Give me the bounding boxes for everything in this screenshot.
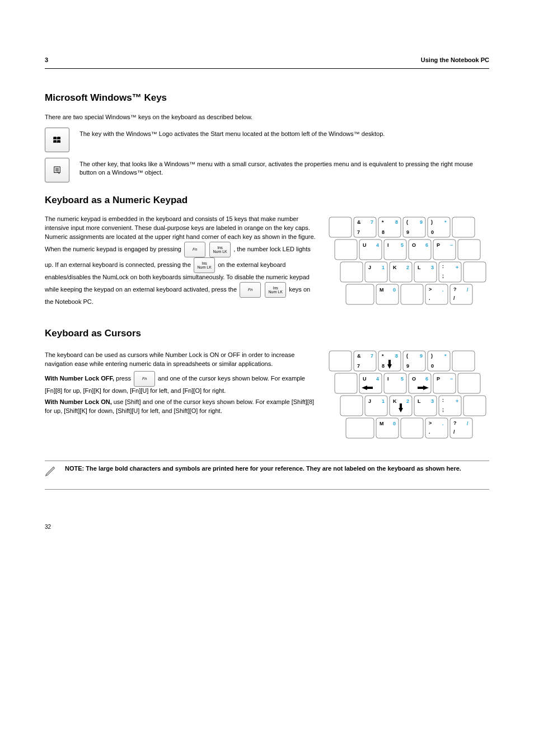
svg-text:3: 3 — [431, 265, 434, 270]
svg-rect-81 — [452, 351, 475, 371]
svg-text:8: 8 — [395, 353, 398, 359]
svg-text:−: − — [450, 242, 453, 248]
svg-text:9: 9 — [406, 363, 409, 369]
windows-logo-icon — [52, 135, 62, 145]
svg-text:L: L — [418, 398, 421, 404]
svg-rect-22 — [335, 240, 357, 260]
svg-text:O: O — [412, 376, 416, 382]
keypad-figure-2: &7 7 *8 8 (9 9 )* 0 U4 I5 O6 — [327, 349, 489, 444]
windows-key-desc: The key with the Windows™ Logo activates… — [79, 130, 489, 139]
svg-text:?: ? — [453, 420, 457, 426]
svg-text:7: 7 — [371, 219, 373, 225]
svg-text:I: I — [387, 242, 389, 248]
numlock-on-label: With Number Lock ON, — [45, 398, 112, 405]
page-number: 32 — [45, 523, 51, 532]
svg-text:0: 0 — [393, 287, 396, 293]
note-divider-bottom — [45, 489, 489, 490]
svg-text:P: P — [437, 376, 440, 382]
svg-text:9: 9 — [406, 229, 409, 235]
svg-rect-50 — [463, 262, 486, 282]
svg-text:.: . — [429, 429, 430, 435]
svg-text:*: * — [382, 353, 384, 359]
fn-key-inline-2: Fn — [240, 282, 261, 298]
svg-rect-115 — [401, 418, 423, 438]
svg-text:1: 1 — [382, 265, 385, 270]
chapter-number: 3 — [45, 56, 48, 65]
svg-text:5: 5 — [401, 376, 404, 382]
svg-text:8: 8 — [382, 363, 385, 369]
svg-text:I: I — [387, 376, 389, 382]
fn-key-inline-1: Fn — [184, 242, 205, 257]
svg-text:(: ( — [406, 219, 408, 225]
fn-key-inline-3: Fn — [134, 371, 155, 387]
svg-text:P: P — [437, 242, 440, 248]
svg-text:*: * — [444, 353, 447, 359]
svg-text::: : — [442, 264, 444, 269]
svg-rect-111 — [346, 418, 374, 438]
section-title-cursors: Keyboard as Cursors — [45, 327, 489, 341]
svg-text:2: 2 — [406, 265, 409, 270]
numlk-key-inline-3: InsNum LK — [265, 282, 286, 298]
svg-text:?: ? — [453, 287, 457, 292]
svg-text:6: 6 — [425, 242, 428, 248]
svg-text:;: ; — [442, 273, 444, 279]
svg-text:;: ; — [442, 407, 444, 412]
svg-text:L: L — [418, 265, 421, 270]
chapter-title: Using the Notebook PC — [421, 56, 489, 65]
numlk-key-inline-1: InsNum LK — [209, 242, 231, 257]
svg-rect-51 — [346, 284, 374, 304]
svg-text:U: U — [363, 242, 367, 248]
svg-rect-110 — [463, 396, 486, 416]
svg-rect-64 — [329, 351, 352, 371]
svg-text:(: ( — [406, 353, 408, 359]
note-divider-top — [45, 461, 489, 461]
svg-text:*: * — [444, 219, 447, 225]
svg-text:1: 1 — [382, 398, 385, 404]
svg-rect-95 — [458, 373, 480, 393]
svg-text:3: 3 — [431, 398, 434, 404]
section-title-numpad: Keyboard as a Numeric Keypad — [45, 194, 489, 208]
svg-text:.: . — [429, 295, 430, 301]
section-title-winkeys: Microsoft Windows™ Keys — [45, 91, 489, 105]
svg-text:>: > — [429, 420, 432, 426]
svg-text:9: 9 — [420, 353, 423, 359]
pencil-note-icon — [45, 464, 57, 477]
svg-text:6: 6 — [425, 376, 428, 382]
keypad-figure-1: &7 7 *8 8 (9 9 )* 0 U4 I5 O6 P− — [327, 215, 489, 310]
svg-text:J: J — [368, 398, 371, 404]
svg-text:0: 0 — [431, 229, 434, 235]
svg-text:+: + — [456, 265, 458, 270]
svg-text:.: . — [442, 421, 444, 426]
svg-text:): ) — [431, 353, 433, 359]
numlock-off-text1: press — [116, 375, 133, 382]
note-text: NOTE: The large bold characters and symb… — [65, 464, 461, 473]
svg-text:−: − — [450, 376, 453, 382]
svg-text:0: 0 — [393, 421, 396, 426]
windows-key-row: The key with the Windows™ Logo activates… — [45, 128, 489, 152]
app-key-row: The other key, that looks like a Windows… — [45, 158, 489, 182]
svg-text:K: K — [393, 398, 397, 404]
svg-text:U: U — [363, 376, 367, 382]
numlk-key-inline-2: InsNum LK — [194, 257, 215, 273]
page-header: 3 Using the Notebook PC — [45, 56, 489, 69]
svg-rect-4 — [329, 217, 352, 237]
svg-rect-36 — [340, 262, 363, 282]
windows-logo-key — [45, 128, 69, 152]
svg-text:7: 7 — [357, 363, 360, 369]
svg-text:&: & — [357, 353, 361, 359]
app-key-desc: The other key, that looks like a Windows… — [79, 160, 489, 178]
app-menu-icon — [52, 165, 62, 175]
winkeys-intro: There are two special Windows™ keys on t… — [45, 113, 489, 122]
svg-text:8: 8 — [382, 229, 385, 235]
svg-text:): ) — [431, 219, 433, 225]
svg-text:*: * — [382, 219, 384, 225]
svg-rect-21 — [452, 217, 475, 237]
svg-text:.: . — [442, 287, 444, 293]
svg-text:4: 4 — [376, 242, 379, 248]
cursors-block: &7 7 *8 8 (9 9 )* 0 U4 I5 O6 — [45, 349, 489, 444]
note-block: NOTE: The large bold characters and symb… — [45, 464, 489, 477]
page-footer: 32 — [45, 523, 489, 532]
svg-text::: : — [442, 397, 444, 403]
svg-text:2: 2 — [406, 398, 409, 404]
svg-text:M: M — [380, 287, 384, 293]
